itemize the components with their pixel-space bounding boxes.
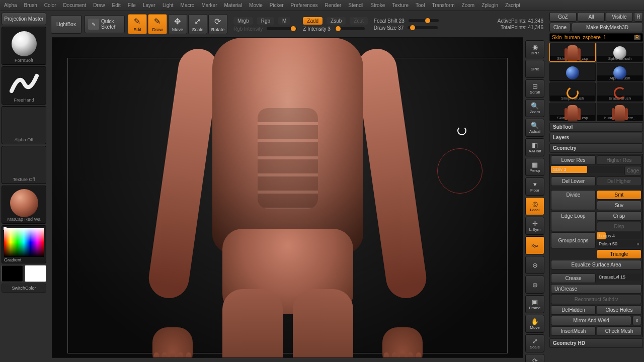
- z-intensity-slider[interactable]: [335, 27, 365, 30]
- lightbox-button[interactable]: LightBox: [51, 15, 82, 34]
- Zoom-tool-button[interactable]: 🔍Zoom: [525, 99, 544, 117]
- equalize-button[interactable]: Equalize Surface Area: [551, 260, 641, 269]
- tool-thumb[interactable]: SimpleBrush: [549, 82, 596, 102]
- crisp-button[interactable]: Crisp: [597, 211, 641, 221]
- menu-item[interactable]: Stencil: [348, 3, 363, 8]
- del-higher-button[interactable]: Del Higher: [597, 176, 641, 186]
- menu-item[interactable]: Tool: [416, 3, 425, 8]
- loops-slider[interactable]: Loops 4: [597, 232, 641, 239]
- close-holes-button[interactable]: Close Holes: [597, 305, 641, 315]
- zadd-button[interactable]: Zadd: [303, 17, 323, 25]
- menu-item[interactable]: File: [128, 3, 136, 8]
- suv-button[interactable]: Suv: [597, 201, 641, 210]
- tool-thumb[interactable]: Skin_human_zsp: [549, 43, 596, 62]
- menu-item[interactable]: Zoom: [462, 3, 475, 8]
- menu-item[interactable]: Preferences: [291, 3, 318, 8]
- subtool-section[interactable]: SubTool: [549, 122, 643, 132]
- scale-mode-button[interactable]: ⤢Scale: [188, 14, 207, 34]
- menu-item[interactable]: Light: [163, 3, 174, 8]
- Scale-tool-button[interactable]: ⤢Scale: [525, 334, 544, 352]
- delhidden-button[interactable]: DelHidden: [551, 305, 596, 315]
- Frame-tool-button[interactable]: ▣Frame: [525, 295, 544, 313]
- clone-button[interactable]: Clone: [549, 23, 571, 32]
- menu-item[interactable]: Zscript: [505, 3, 520, 8]
- higher-res-button[interactable]: Higher Res: [597, 155, 641, 165]
- m-button[interactable]: M: [278, 17, 290, 25]
- quick-sketch-button[interactable]: ✎ Quick Sketch: [85, 15, 125, 33]
- viewport-canvas[interactable]: [52, 37, 523, 358]
- cage-button[interactable]: Cage: [624, 166, 641, 175]
- rotate-mode-button[interactable]: ⟳Rotate: [208, 14, 227, 34]
- sculpt-mesh[interactable]: [147, 38, 429, 357]
- menu-item[interactable]: Render: [325, 3, 342, 8]
- draw-mode-button[interactable]: ✎Draw: [148, 14, 167, 34]
- menu-item[interactable]: Color: [44, 3, 56, 8]
- disp-button[interactable]: Disp: [597, 222, 641, 231]
- smt-button[interactable]: Smt: [597, 190, 641, 200]
- switch-color-button[interactable]: SwitchColor: [2, 284, 46, 293]
- visible-button[interactable]: Visible: [606, 12, 633, 22]
- Move-tool-button[interactable]: ✋Move: [525, 315, 544, 333]
- Rotate-tool-button[interactable]: ⟳Rotate: [525, 354, 544, 362]
- menu-item[interactable]: Picker: [270, 3, 284, 8]
- swatch-white[interactable]: [25, 265, 46, 282]
- mrgb-button[interactable]: Mrgb: [233, 17, 253, 25]
- all-button[interactable]: All: [578, 12, 605, 22]
- layers-section[interactable]: Layers: [549, 133, 643, 142]
- divide-button[interactable]: Divide: [551, 190, 596, 210]
- mirror-x-button[interactable]: x: [632, 316, 641, 325]
- move-mode-button[interactable]: ✥Move: [168, 14, 187, 34]
- triangle-button[interactable]: Triangle: [597, 249, 641, 259]
- SPix-tool-button[interactable]: SPix: [525, 60, 544, 78]
- projection-master-button[interactable]: Projection Master: [2, 13, 46, 25]
- color-picker[interactable]: Gradient: [2, 225, 46, 263]
- current-tool-name[interactable]: Skin_human_zsphere_1R: [549, 33, 643, 42]
- menu-item[interactable]: Edit: [112, 3, 121, 8]
- edit-mode-button[interactable]: ✎Edit: [128, 14, 147, 34]
- mirror-weld-button[interactable]: Mirror And Weld: [551, 316, 631, 325]
- tool-thumb[interactable]: SphereBrush: [597, 43, 643, 62]
- menu-item[interactable]: Marker: [201, 3, 217, 8]
- menu-item[interactable]: Document: [63, 3, 87, 8]
- stroke-slot[interactable]: FreeHand: [2, 66, 46, 105]
- focal-shift-slider[interactable]: [409, 19, 439, 22]
- Local-tool-button[interactable]: ◎Local: [525, 197, 544, 215]
- goz-button[interactable]: GoZ: [549, 12, 577, 22]
- menu-item[interactable]: Movie: [249, 3, 263, 8]
- reconstruct-button[interactable]: Reconstruct Subdiv: [551, 295, 641, 304]
- creaselvl-slider[interactable]: CreaseLvl 15: [597, 274, 641, 281]
- tool-thumb[interactable]: EraserBrush: [597, 82, 643, 102]
- Scroll-tool-button[interactable]: ⊞Scroll: [525, 79, 544, 98]
- menu-item[interactable]: Macro: [181, 3, 195, 8]
- menu-item[interactable]: Transform: [432, 3, 454, 8]
- draw-size-slider[interactable]: [408, 26, 438, 29]
- tool-thumb[interactable]: human_zsphere_: [597, 103, 643, 122]
- color-spectrum[interactable]: [4, 228, 44, 257]
- geometry-hd-section[interactable]: Geometry HD: [549, 338, 643, 348]
- menu-item[interactable]: Texture: [392, 3, 409, 8]
- del-lower-button[interactable]: Del Lower: [551, 176, 596, 186]
- menu-item[interactable]: Layer: [143, 3, 155, 8]
- alpha-slot[interactable]: Alpha Off: [2, 106, 46, 144]
- ⊖-tool-button[interactable]: ⊖: [525, 276, 544, 294]
- L.Sym-tool-button[interactable]: ✛L.Sym: [525, 217, 544, 235]
- BPR-tool-button[interactable]: ◉BPR: [525, 40, 544, 58]
- menu-item[interactable]: Alpha: [4, 3, 17, 8]
- menu-item[interactable]: Draw: [93, 3, 105, 8]
- crease-button[interactable]: Crease: [551, 274, 596, 283]
- Xyz-tool-button[interactable]: Xyz: [525, 236, 544, 254]
- Actual-tool-button[interactable]: 🔍Actual: [525, 119, 544, 137]
- swatch-black[interactable]: [2, 265, 23, 282]
- menu-item[interactable]: Stroke: [370, 3, 385, 8]
- brush-slot[interactable]: FormSoft: [2, 27, 46, 65]
- zcut-button[interactable]: Zcut: [350, 17, 367, 25]
- sdiv-slider[interactable]: SDiv 3: [551, 166, 623, 173]
- r-button[interactable]: R: [634, 12, 643, 22]
- Floor-tool-button[interactable]: ▾Floor: [525, 177, 544, 196]
- edge-loop-button[interactable]: Edge Loop: [551, 211, 596, 231]
- rgb-button[interactable]: Rgb: [257, 17, 274, 25]
- texture-slot[interactable]: Texture Off: [2, 146, 46, 184]
- zsub-button[interactable]: Zsub: [327, 17, 346, 25]
- check-mesh-button[interactable]: Check Mesh: [597, 326, 641, 336]
- rgb-intensity-slider[interactable]: [267, 27, 297, 30]
